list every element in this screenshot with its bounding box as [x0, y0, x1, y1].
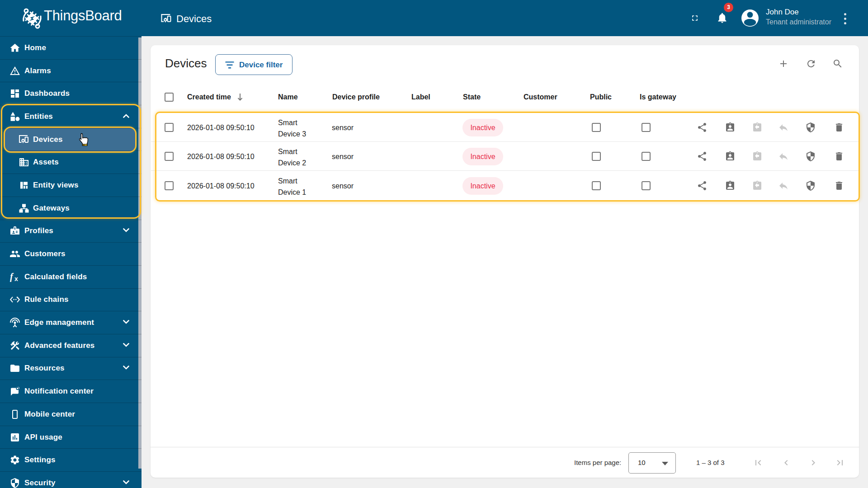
- svg-text:f: f: [10, 272, 14, 282]
- svg-text:x: x: [14, 275, 18, 282]
